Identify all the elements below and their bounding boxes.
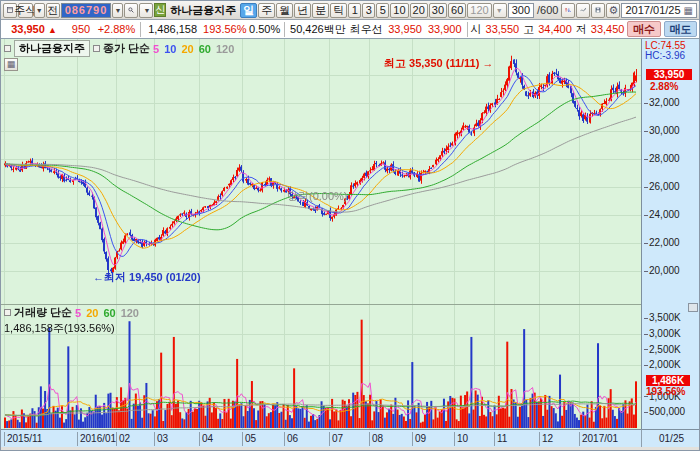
price-tick-24000: 24,000 bbox=[644, 209, 680, 220]
save-button[interactable] bbox=[591, 3, 605, 18]
settings-button[interactable]: ⚙ bbox=[606, 3, 620, 18]
price-ma-60: 60 bbox=[199, 43, 211, 55]
stock-type-button[interactable]: 주식 bbox=[18, 3, 33, 18]
price-change: 950 bbox=[60, 23, 93, 35]
price-tick-20000: 20,000 bbox=[644, 265, 680, 276]
stock-code-input[interactable]: 086790 bbox=[61, 3, 112, 18]
tick-mark bbox=[644, 318, 648, 319]
interval-button-5[interactable]: 5 bbox=[376, 3, 389, 18]
date-tick-1: 2016/01 bbox=[77, 432, 116, 446]
volume-ma-legend: 52060120 bbox=[75, 307, 139, 319]
interval-button-1[interactable]: 1 bbox=[348, 3, 361, 18]
toolbar: 주식 ▼ 전 086790 ▼ ▼ 신 하나금융지주 일주월년분틱 135102… bbox=[1, 1, 699, 20]
volume-subtitle: 1,486,158주(193.56%) bbox=[4, 321, 139, 336]
code-dropdown-icon[interactable]: ▼ bbox=[112, 3, 123, 18]
save-icon bbox=[595, 5, 601, 15]
current-volume-pct-label: 193.56% bbox=[646, 386, 685, 397]
sell-button[interactable]: 매도 bbox=[664, 21, 697, 37]
sound-button[interactable]: ▼ bbox=[139, 3, 153, 18]
date-tick-12: 12 bbox=[539, 432, 553, 446]
sound-dropdown-icon[interactable]: ▼ bbox=[143, 7, 150, 14]
price-ma-20: 20 bbox=[181, 43, 193, 55]
date-tick-6: 06 bbox=[284, 432, 298, 446]
buy-button[interactable]: 매수 bbox=[627, 21, 660, 37]
price-up-arrow-icon: ▲ bbox=[48, 25, 57, 35]
interval-dropdown[interactable]: ▼ bbox=[493, 3, 507, 18]
last-date-label: 01/25 bbox=[641, 429, 700, 447]
compare-tool-button[interactable] bbox=[561, 3, 575, 18]
interval-button-120[interactable]: 120 bbox=[467, 3, 491, 18]
volume-ma-60: 60 bbox=[103, 307, 115, 319]
volume-ma-20: 20 bbox=[86, 307, 98, 319]
best-bid: 33,950 bbox=[384, 23, 425, 35]
stock-type-dropdown-icon[interactable]: ▼ bbox=[34, 3, 45, 18]
interval-button-30[interactable]: 30 bbox=[429, 3, 447, 18]
interval-button-group: 13510203060120 bbox=[348, 3, 491, 18]
window-flip-icon bbox=[7, 5, 13, 15]
period-button-0[interactable]: 일 bbox=[240, 3, 257, 18]
tick-mark bbox=[644, 334, 648, 335]
search-icon bbox=[128, 5, 134, 15]
volume-panel-header: 거래량 단순 52060120 1,486,158주(193.56%) bbox=[4, 305, 139, 336]
date-tick-10: 10 bbox=[454, 432, 468, 446]
trade-amount: 50,426백만 bbox=[287, 22, 349, 37]
lowest-price-annotation: ←최저 19,450 (01/20) bbox=[93, 270, 201, 285]
period-button-3[interactable]: 년 bbox=[294, 3, 311, 18]
panel-toggle-icon[interactable] bbox=[4, 45, 11, 52]
turnover-pct: 0.50% bbox=[246, 23, 282, 35]
tick-mark bbox=[644, 412, 648, 413]
tick-mark bbox=[644, 103, 648, 104]
price-panel-title: 하나금융지주 bbox=[14, 40, 90, 57]
interval-dropdown-icon: ▼ bbox=[496, 7, 503, 14]
trendline-icon bbox=[580, 5, 586, 15]
date-tick-3: 03 bbox=[154, 432, 168, 446]
period-button-5[interactable]: 틱 bbox=[330, 3, 347, 18]
volume-ratio: 193.56% bbox=[200, 23, 246, 35]
hc-ratio-label: HC:-3.96 bbox=[645, 50, 685, 61]
volume-ma-5: 5 bbox=[75, 307, 81, 319]
trendline-tool-button[interactable] bbox=[576, 3, 590, 18]
tick-mark bbox=[644, 131, 648, 132]
date-tick-0: 2015/11 bbox=[4, 432, 42, 446]
date-value: 2017/01/25 bbox=[625, 4, 680, 16]
candlestick-volume-canvas[interactable] bbox=[1, 39, 641, 429]
price-change-pct: +2.88% bbox=[93, 23, 138, 35]
best-ask: 33,900 bbox=[425, 23, 465, 35]
tick-mark bbox=[644, 159, 648, 160]
current-price: 33,950 ▲ bbox=[3, 23, 60, 35]
volume-tick-500: 500,000 bbox=[644, 406, 685, 417]
period-button-1[interactable]: 주 bbox=[258, 3, 275, 18]
interval-button-60[interactable]: 60 bbox=[448, 3, 466, 18]
current-volume-badge: 1,486K bbox=[646, 375, 690, 386]
stock-chart-window: 주식 ▼ 전 086790 ▼ ▼ 신 하나금융지주 일주월년분틱 135102… bbox=[0, 0, 700, 451]
date-axis: 2015/112016/0102030405060708091011122017… bbox=[1, 429, 641, 447]
price-volume-axis: LC:74.55 HC:-3.96 32,00030,00028,00026,0… bbox=[641, 39, 700, 429]
period-button-2[interactable]: 월 bbox=[276, 3, 293, 18]
indicator-toggle-icon[interactable] bbox=[93, 45, 100, 52]
divider bbox=[467, 22, 468, 37]
divider bbox=[284, 22, 285, 37]
chart-area: 하나금융지주 종가 단순 5102060120 ▦ 최고 35,350 (11/… bbox=[1, 39, 700, 451]
interval-button-20[interactable]: 20 bbox=[410, 3, 428, 18]
bar-count-total-label: /600 bbox=[535, 4, 560, 16]
annotation-right-arrow-icon: → bbox=[482, 57, 493, 69]
panel-expand-button[interactable] bbox=[688, 303, 698, 312]
price-tick-32000: 32,000 bbox=[644, 97, 680, 108]
volume-panel-toggle-icon[interactable] bbox=[4, 309, 11, 316]
search-button[interactable] bbox=[124, 3, 138, 18]
high-price: 34,400 bbox=[535, 23, 575, 35]
period-button-4[interactable]: 분 bbox=[312, 3, 329, 18]
new-stock-badge: 신 bbox=[154, 3, 166, 17]
volume-legend-label: 단순 bbox=[50, 305, 72, 320]
bar-count-input[interactable]: 300 bbox=[508, 3, 534, 18]
current-price-badge: 33,950 bbox=[646, 69, 692, 80]
interval-button-3[interactable]: 3 bbox=[362, 3, 375, 18]
interval-button-10[interactable]: 10 bbox=[390, 3, 408, 18]
grid-tool-icon[interactable]: ▦ bbox=[4, 58, 18, 71]
date-picker[interactable]: 2017/01/25 ▦ bbox=[621, 3, 697, 18]
calendar-icon: ▦ bbox=[684, 5, 693, 16]
date-tick-2: 02 bbox=[116, 432, 130, 446]
low-price: 33,450 bbox=[588, 23, 628, 35]
jeon-button[interactable]: 전 bbox=[46, 3, 60, 18]
highest-price-annotation: 최고 35,350 (11/11) → bbox=[384, 56, 493, 71]
